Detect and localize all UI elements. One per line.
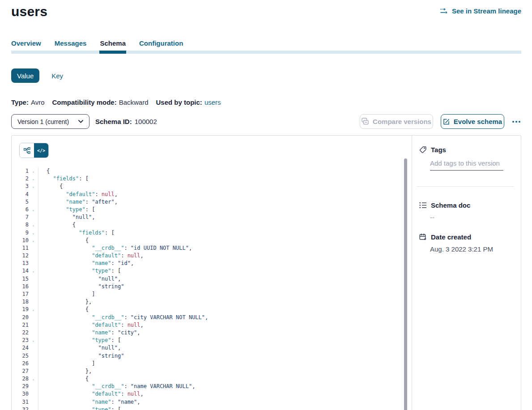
code-line: 11 "__crdb__": "id UUID NOT NULL", <box>12 244 412 252</box>
line-number: 27 <box>12 367 29 375</box>
code-line: 21 "default": null, <box>12 321 412 329</box>
fold-arrow-icon[interactable]: ▾ <box>29 221 38 229</box>
code-line: 31 "name": "name", <box>12 398 412 406</box>
code-text: "name": "id", <box>38 260 134 267</box>
code-text: }, <box>38 298 92 306</box>
fold-arrow-icon[interactable]: ▾ <box>29 237 38 244</box>
code-text: "null", <box>38 214 95 221</box>
fold-arrow-icon[interactable]: ▾ <box>29 375 38 383</box>
code-text: "default": null, <box>38 191 118 198</box>
line-number: 16 <box>12 283 29 290</box>
date-created-title: Date created <box>431 233 471 241</box>
line-number: 1 <box>12 167 29 175</box>
schema-doc-title: Schema doc <box>431 201 470 209</box>
tab-underline-bar <box>11 51 521 54</box>
tab-schema[interactable]: Schema <box>100 39 126 54</box>
code-view-button[interactable]: </> <box>34 143 48 158</box>
code-line: 24 "null", <box>12 344 412 352</box>
line-number: 26 <box>12 360 29 367</box>
line-number: 21 <box>12 321 29 329</box>
code-view-icon: </> <box>37 148 45 153</box>
value-tab-button[interactable]: Value <box>11 68 39 83</box>
line-number: 19 <box>12 306 29 313</box>
schema-id-label: Schema ID: <box>95 118 132 125</box>
code-text: ] <box>38 360 95 367</box>
stream-lineage-link[interactable]: See in Stream lineage <box>440 7 521 15</box>
fold-arrow-icon[interactable]: ▾ <box>29 206 38 214</box>
list-icon <box>419 202 427 209</box>
code-line: 15 "null", <box>12 275 412 283</box>
compatibility-value: Backward <box>119 98 149 106</box>
line-number: 31 <box>12 398 29 406</box>
line-number: 20 <box>12 314 29 321</box>
meta-type: Type: Avro <box>11 98 44 106</box>
fold-arrow-icon[interactable]: ▾ <box>29 175 38 183</box>
fold-arrow-icon[interactable]: ▾ <box>29 306 38 313</box>
editor-view-toggle: </> <box>19 143 49 158</box>
stream-lineage-icon <box>440 8 448 14</box>
fold-arrow-icon[interactable]: ▾ <box>29 167 38 175</box>
line-number: 5 <box>12 198 29 206</box>
code-line: 7 "null", <box>12 214 412 221</box>
type-value: Avro <box>31 98 45 106</box>
line-number: 9 <box>12 229 29 237</box>
line-number: 25 <box>12 352 29 360</box>
value-key-toggle: Value Key <box>11 68 63 83</box>
line-number: 24 <box>12 344 29 352</box>
fold-arrow-icon[interactable]: ▾ <box>29 183 38 190</box>
fold-arrow-icon[interactable]: ▾ <box>29 229 38 237</box>
line-number: 22 <box>12 329 29 337</box>
code-text: "type": [ <box>38 337 121 344</box>
calendar-plus-icon <box>419 233 427 241</box>
fold-arrow-icon[interactable]: ▾ <box>29 406 38 410</box>
code-text: { <box>38 167 50 175</box>
line-number: 14 <box>12 267 29 275</box>
evolve-schema-icon <box>443 118 450 125</box>
evolve-schema-button[interactable]: Evolve schema <box>441 114 504 129</box>
more-options-button[interactable] <box>511 117 521 126</box>
tags-input[interactable] <box>430 159 503 171</box>
code-text: "fields": [ <box>38 175 89 183</box>
line-number: 15 <box>12 275 29 283</box>
fold-arrow-icon[interactable]: ▾ <box>29 337 38 344</box>
line-number: 8 <box>12 221 29 229</box>
tree-view-button[interactable] <box>20 143 34 158</box>
line-number: 13 <box>12 260 29 267</box>
code-line: 3▾ { <box>12 183 412 190</box>
code-text: ] <box>38 290 95 298</box>
compare-versions-button[interactable]: Compare versions <box>360 114 433 129</box>
code-line: 27 }, <box>12 367 412 375</box>
line-number: 18 <box>12 298 29 306</box>
code-line: 1▾{ <box>12 167 412 175</box>
schema-id: Schema ID: 100002 <box>95 118 157 125</box>
code-text: "default": null, <box>38 390 144 398</box>
version-toolbar: Version 1 (current) Schema ID: 100002 Co… <box>11 114 521 129</box>
code-text: "name": "after", <box>38 198 118 206</box>
page-title: users <box>11 4 47 20</box>
chevron-down-icon <box>78 120 83 123</box>
code-text: "__crdb__": "id UUID NOT NULL", <box>38 244 192 252</box>
code-editor[interactable]: 1▾{2▾ "fields": [3▾ {4 "default": null,5… <box>12 163 412 410</box>
code-text: { <box>38 306 89 313</box>
code-line: 4 "default": null, <box>12 191 412 198</box>
topic-label: Used by topic: <box>156 98 202 106</box>
schema-doc-section-header: Schema doc <box>419 201 514 209</box>
version-select[interactable]: Version 1 (current) <box>11 114 89 129</box>
fold-arrow-icon[interactable]: ▾ <box>29 267 38 275</box>
tag-icon <box>419 146 427 154</box>
code-line: 17 ] <box>12 290 412 298</box>
line-number: 10 <box>12 237 29 244</box>
topic-link[interactable]: users <box>204 98 221 106</box>
key-tab-button[interactable]: Key <box>51 72 63 80</box>
code-text: "fields": [ <box>38 229 115 237</box>
line-number: 3 <box>12 183 29 190</box>
line-number: 6 <box>12 206 29 214</box>
code-line: 8▾ { <box>12 221 412 229</box>
line-number: 12 <box>12 252 29 260</box>
tree-view-icon <box>24 147 30 154</box>
schema-meta: Type: Avro Compatibility mode: Backward … <box>11 98 221 106</box>
code-text: "__crdb__": "name VARCHAR NULL", <box>38 383 195 390</box>
code-text: "string" <box>38 283 124 290</box>
code-text: "__crdb__": "city VARCHAR NOT NULL", <box>38 314 208 321</box>
editor-scrollbar[interactable] <box>404 158 407 410</box>
